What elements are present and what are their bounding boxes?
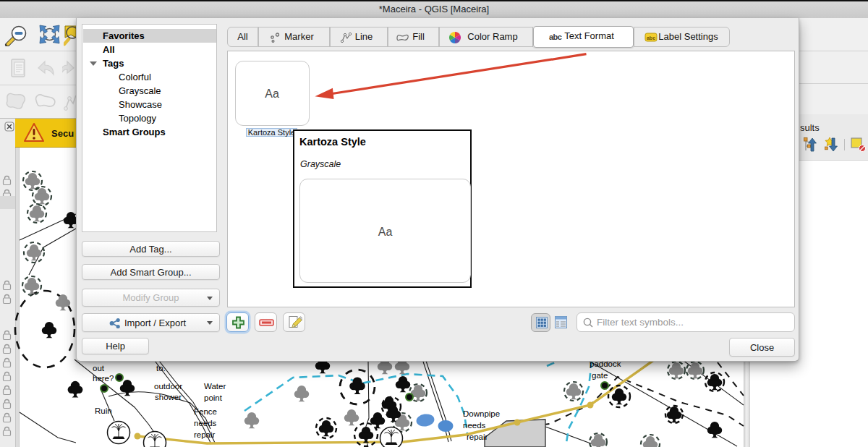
svg-text:abc: abc (647, 35, 655, 41)
svg-text:out: out (93, 364, 105, 372)
svg-text:to.: to. (156, 364, 166, 372)
svg-text:Water: Water (204, 382, 226, 391)
svg-text:point: point (204, 393, 223, 402)
svg-text:here?: here? (93, 374, 114, 383)
svg-text:needs: needs (463, 421, 486, 430)
svg-text:repair: repair (194, 430, 216, 439)
svg-text:gate: gate (592, 371, 608, 380)
svg-text:Ruin: Ruin (95, 406, 112, 415)
svg-text:needs: needs (194, 419, 217, 427)
svg-text:Fence: Fence (194, 407, 217, 416)
svg-text:shower: shower (155, 393, 182, 401)
svg-text:repair: repair (467, 433, 488, 441)
svg-text:outdoor: outdoor (154, 382, 182, 391)
svg-text:Downpipe: Downpipe (463, 409, 500, 418)
